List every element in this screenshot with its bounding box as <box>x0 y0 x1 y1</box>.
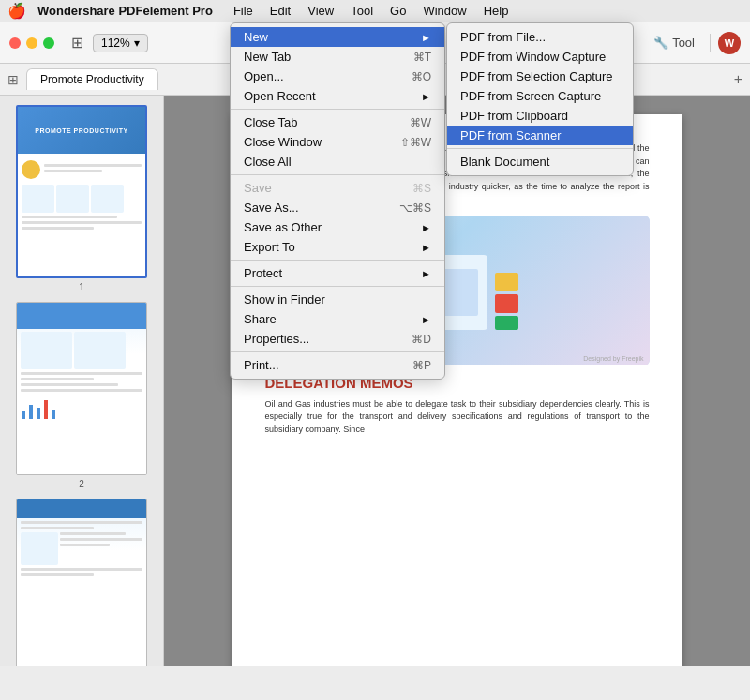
menu-item-save-shortcut: ⌘S <box>412 182 431 195</box>
menu-item-new[interactable]: New ► <box>231 27 444 47</box>
menu-item-properties-shortcut: ⌘D <box>412 333 431 346</box>
tab-grid-icon[interactable]: ⊞ <box>8 72 19 87</box>
submenu-item-pdf-from-window-label: PDF from Window Capture <box>460 50 606 64</box>
thumb2-bar-4 <box>44 400 48 419</box>
thumb3-line-1 <box>21 521 142 524</box>
zoom-selector[interactable]: 112% ▾ <box>93 34 148 52</box>
close-traffic-button[interactable] <box>9 37 21 49</box>
menu-sep-2 <box>231 174 444 175</box>
submenu-item-pdf-from-file[interactable]: PDF from File... <box>447 27 633 47</box>
thumbnail-item-2[interactable]: 2 <box>9 302 154 489</box>
grid-view-icon[interactable]: ⊞ <box>71 34 83 52</box>
menu-item-open-recent-label: Open Recent <box>244 89 316 103</box>
thumb3-line-6 <box>21 568 142 571</box>
menu-item-save[interactable]: Save ⌘S <box>231 178 444 198</box>
menubar-item-go[interactable]: Go <box>382 2 413 20</box>
thumb3-line-4 <box>60 538 142 541</box>
minimize-traffic-button[interactable] <box>26 37 38 49</box>
menu-sep-4 <box>231 286 444 287</box>
tool-label: Tool <box>672 36 695 50</box>
submenu-item-pdf-from-file-label: PDF from File... <box>460 30 546 44</box>
tool-icon: 🔧 <box>653 36 668 50</box>
submenu-item-blank-doc-label: Blank Document <box>460 155 549 169</box>
thumb1-fig-2 <box>56 185 89 213</box>
menu-item-save-label: Save <box>244 181 272 195</box>
submenu-item-blank-doc[interactable]: Blank Document <box>447 152 633 171</box>
submenu-item-pdf-from-window[interactable]: PDF from Window Capture <box>447 47 633 67</box>
menu-item-new-label: New <box>244 30 268 44</box>
new-tab-button[interactable]: + <box>734 71 742 88</box>
menu-item-open-recent[interactable]: Open Recent ► <box>231 86 444 106</box>
thumbnail-frame-3[interactable] <box>16 499 147 666</box>
tab-promote-productivity[interactable]: Promote Productivity <box>26 68 158 90</box>
menu-item-save-other[interactable]: Save as Other ► <box>231 217 444 237</box>
submenu-item-pdf-from-selection[interactable]: PDF from Selection Capture <box>447 67 633 86</box>
thumb2-line-1 <box>21 372 142 375</box>
thumbnail-number-2: 2 <box>79 479 84 489</box>
thumb3-line-2 <box>21 527 94 529</box>
menu-item-show-finder[interactable]: Show in Finder <box>231 290 444 309</box>
menu-item-close-window-label: Close Window <box>244 135 322 149</box>
thumb1-line-5 <box>22 227 94 230</box>
thumbnail-frame-1[interactable]: PROMOTE PRODUCTIVITY <box>16 105 147 278</box>
menu-item-export-to[interactable]: Export To ► <box>231 237 444 257</box>
menu-item-open[interactable]: Open... ⌘O <box>231 67 444 86</box>
menu-item-protect[interactable]: Protect ► <box>231 263 444 283</box>
thumbnail-content-3 <box>17 499 146 666</box>
new-submenu-sep <box>447 148 633 149</box>
menu-item-new-tab-label: New Tab <box>244 50 291 64</box>
thumbnail-number-1: 1 <box>79 282 84 292</box>
menu-item-save-other-arrow: ► <box>421 222 431 233</box>
submenu-item-pdf-from-scanner[interactable]: PDF from Scanner <box>447 126 633 145</box>
menu-item-protect-label: Protect <box>244 266 282 280</box>
menu-item-close-window[interactable]: Close Window ⇧⌘W <box>231 132 444 152</box>
new-submenu-dropdown[interactable]: PDF from File... PDF from Window Capture… <box>446 22 634 176</box>
thumb1-header: PROMOTE PRODUCTIVITY <box>18 107 145 154</box>
menubar-item-edit[interactable]: Edit <box>262 2 298 20</box>
tool-button[interactable]: 🔧 Tool <box>646 32 702 53</box>
file-menu-dropdown[interactable]: New ► New Tab ⌘T Open... ⌘O Open Recent … <box>230 22 445 380</box>
menubar-item-window[interactable]: Window <box>415 2 473 20</box>
chevron-down-icon: ▾ <box>134 37 140 50</box>
menubar-item-tool[interactable]: Tool <box>343 2 381 20</box>
submenu-item-pdf-from-clipboard[interactable]: PDF from Clipboard <box>447 106 633 126</box>
menu-item-export-to-arrow: ► <box>421 242 431 253</box>
thumb3-line-3 <box>60 532 126 535</box>
thumb2-fig-2 <box>74 332 126 369</box>
menu-item-save-as[interactable]: Save As... ⌥⌘S <box>231 198 444 217</box>
menu-item-open-label: Open... <box>244 69 284 83</box>
thumbnail-content-1: PROMOTE PRODUCTIVITY <box>18 107 145 276</box>
thumbnail-item-3[interactable]: 3 <box>9 499 154 666</box>
user-avatar[interactable]: W <box>718 32 741 54</box>
menu-item-new-tab-shortcut: ⌘T <box>413 51 431 64</box>
menu-item-open-shortcut: ⌘O <box>412 70 431 83</box>
thumb1-fig-1 <box>22 185 54 213</box>
thumb3-fig-1 <box>21 532 58 565</box>
submenu-item-pdf-from-screen[interactable]: PDF from Screen Capture <box>447 86 633 106</box>
menu-item-close-all[interactable]: Close All <box>231 152 444 171</box>
menu-item-close-tab[interactable]: Close Tab ⌘W <box>231 112 444 132</box>
thumb1-line-3 <box>22 216 117 218</box>
thumb3-line-7 <box>21 573 94 576</box>
menu-item-show-finder-label: Show in Finder <box>244 292 325 306</box>
thumbnail-item-1[interactable]: PROMOTE PRODUCTIVITY <box>9 105 154 292</box>
menubar-item-help[interactable]: Help <box>476 2 517 20</box>
thumbnail-frame-2[interactable] <box>16 302 147 475</box>
menu-item-open-recent-arrow: ► <box>421 91 431 102</box>
apple-logo: 🍎 <box>8 2 26 20</box>
menu-item-new-tab[interactable]: New Tab ⌘T <box>231 47 444 67</box>
menu-item-save-as-label: Save As... <box>244 201 299 215</box>
maximize-traffic-button[interactable] <box>43 37 54 49</box>
menu-item-print-shortcut: ⌘P <box>412 359 431 372</box>
menu-item-share[interactable]: Share ► <box>231 309 444 329</box>
menubar-items: File Edit View Tool Go Window Help <box>226 2 517 20</box>
sidebar-thumbnails: PROMOTE PRODUCTIVITY <box>0 96 164 666</box>
menu-item-properties[interactable]: Properties... ⌘D <box>231 329 444 349</box>
menu-item-properties-label: Properties... <box>244 332 309 346</box>
submenu-item-pdf-from-selection-label: PDF from Selection Capture <box>460 69 613 83</box>
menubar-item-view[interactable]: View <box>300 2 341 20</box>
menubar-item-file[interactable]: File <box>226 2 261 20</box>
thumb2-bar-3 <box>37 408 40 419</box>
menu-item-print[interactable]: Print... ⌘P <box>231 355 444 375</box>
thumb1-line-2 <box>44 170 102 172</box>
